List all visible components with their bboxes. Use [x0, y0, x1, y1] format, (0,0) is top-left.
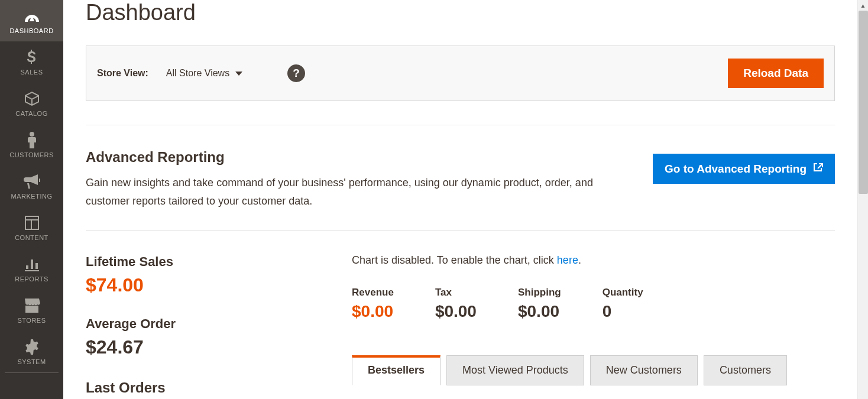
- store-view-selected: All Store Views: [166, 68, 229, 79]
- tax-value: $0.00: [435, 302, 477, 321]
- dashboard-icon: [24, 8, 40, 24]
- shipping-value: $0.00: [518, 302, 561, 321]
- advanced-reporting-button-label: Go to Advanced Reporting: [665, 163, 807, 176]
- storefront-icon: [24, 298, 40, 313]
- chart-disabled-prefix: Chart is disabled. To enable the chart, …: [352, 254, 557, 266]
- sidebar-item-dashboard[interactable]: DASHBOARD: [0, 0, 63, 41]
- tab-new-customers[interactable]: New Customers: [590, 355, 698, 385]
- layout-icon: [25, 215, 39, 231]
- person-icon: [27, 132, 37, 148]
- store-view-bar: Store View: All Store Views ? Reload Dat…: [86, 46, 835, 101]
- box-icon: [24, 91, 40, 106]
- quantity-label: Quantity: [603, 287, 643, 299]
- main-content: Dashboard Store View: All Store Views ? …: [63, 0, 857, 399]
- sidebar-item-label: DASHBOARD: [9, 27, 53, 34]
- page-title: Dashboard: [86, 0, 857, 25]
- sidebar-item-label: REPORTS: [15, 275, 48, 283]
- average-order-label: Average Order: [86, 316, 310, 332]
- revenue-label: Revenue: [352, 287, 394, 299]
- help-icon[interactable]: ?: [287, 64, 305, 82]
- tab-most-viewed-products[interactable]: Most Viewed Products: [446, 355, 584, 385]
- sidebar-item-marketing[interactable]: MARKETING: [0, 166, 63, 207]
- store-view-left: Store View: All Store Views ?: [97, 64, 305, 82]
- tax-label: Tax: [435, 287, 477, 299]
- go-to-advanced-reporting-button[interactable]: Go to Advanced Reporting: [653, 154, 835, 184]
- sidebar: DASHBOARD SALES CATALOG CUSTOMERS MARKET…: [0, 0, 63, 399]
- external-link-icon: [812, 162, 823, 176]
- store-view-select[interactable]: All Store Views: [166, 68, 242, 79]
- divider: [86, 230, 835, 231]
- scroll-thumb[interactable]: [859, 11, 868, 194]
- quantity-value: 0: [603, 302, 643, 321]
- average-order-value: $24.67: [86, 336, 310, 358]
- bar-chart-icon: [25, 257, 39, 272]
- tab-bestsellers[interactable]: Bestsellers: [352, 355, 441, 385]
- sidebar-item-catalog[interactable]: CATALOG: [0, 83, 63, 124]
- sidebar-item-label: CONTENT: [15, 234, 48, 241]
- reload-data-button[interactable]: Reload Data: [728, 59, 824, 88]
- advanced-reporting-description: Gain new insights and take command of yo…: [86, 174, 618, 210]
- sidebar-item-customers[interactable]: CUSTOMERS: [0, 124, 63, 166]
- total-tax: Tax $0.00: [435, 287, 477, 321]
- total-quantity: Quantity 0: [603, 287, 643, 321]
- shipping-label: Shipping: [518, 287, 561, 299]
- stats-right-column: Chart is disabled. To enable the chart, …: [352, 254, 835, 399]
- lifetime-sales-label: Lifetime Sales: [86, 254, 310, 270]
- divider: [86, 125, 835, 125]
- lifetime-sales-value: $74.00: [86, 274, 310, 296]
- sidebar-item-system[interactable]: SYSTEM: [0, 331, 63, 372]
- sidebar-item-label: SALES: [21, 69, 43, 76]
- total-shipping: Shipping $0.00: [518, 287, 561, 321]
- stats-section: Lifetime Sales $74.00 Average Order $24.…: [86, 254, 835, 399]
- store-view-label: Store View:: [97, 68, 148, 79]
- total-revenue: Revenue $0.00: [352, 287, 394, 321]
- tab-customers[interactable]: Customers: [704, 355, 787, 385]
- sidebar-item-label: CATALOG: [15, 110, 47, 117]
- totals-row: Revenue $0.00 Tax $0.00 Shipping $0.00 Q…: [352, 287, 835, 321]
- chart-disabled-suffix: .: [578, 254, 581, 266]
- megaphone-icon: [24, 174, 40, 189]
- sidebar-item-stores[interactable]: STORES: [0, 290, 63, 331]
- sidebar-item-label: MARKETING: [11, 193, 53, 200]
- advanced-reporting-text: Advanced Reporting Gain new insights and…: [86, 149, 618, 210]
- advanced-reporting-section: Advanced Reporting Gain new insights and…: [86, 149, 835, 210]
- dashboard-tabs: Bestsellers Most Viewed Products New Cus…: [352, 355, 835, 385]
- stats-left-column: Lifetime Sales $74.00 Average Order $24.…: [86, 254, 310, 399]
- sidebar-item-sales[interactable]: SALES: [0, 41, 63, 83]
- vertical-scrollbar[interactable]: ▲: [857, 0, 868, 399]
- scroll-up-arrow-icon[interactable]: ▲: [858, 0, 869, 11]
- chart-disabled-text: Chart is disabled. To enable the chart, …: [352, 254, 835, 267]
- sidebar-item-content[interactable]: CONTENT: [0, 207, 63, 248]
- sidebar-item-label: CUSTOMERS: [9, 151, 54, 158]
- enable-chart-link[interactable]: here: [557, 254, 578, 266]
- revenue-value: $0.00: [352, 302, 394, 321]
- sidebar-item-label: STORES: [17, 317, 46, 324]
- sidebar-item-label: SYSTEM: [17, 358, 46, 365]
- chevron-down-icon: [235, 72, 242, 76]
- last-orders-title: Last Orders: [86, 379, 310, 396]
- advanced-reporting-title: Advanced Reporting: [86, 149, 618, 166]
- dollar-icon: [27, 50, 37, 65]
- sidebar-separator: [5, 372, 59, 373]
- sidebar-item-reports[interactable]: REPORTS: [0, 248, 63, 290]
- gear-icon: [24, 339, 40, 355]
